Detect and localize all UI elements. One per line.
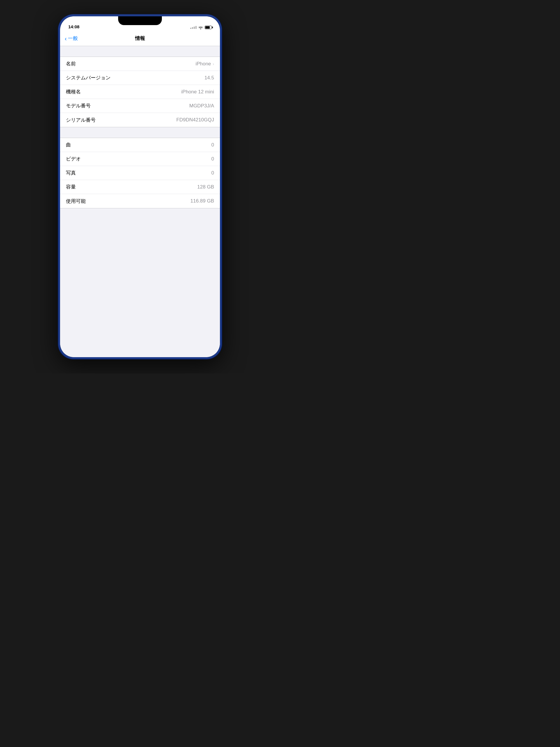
row-model-number-label: モデル番号 bbox=[66, 102, 91, 109]
navigation-bar: ‹ 一般 情報 bbox=[60, 31, 220, 46]
back-button[interactable]: ‹ 一般 bbox=[65, 35, 78, 42]
row-model-number-value: MGDP3J/A bbox=[189, 103, 214, 109]
back-chevron-icon: ‹ bbox=[65, 35, 67, 42]
row-available-label: 使用可能 bbox=[66, 198, 86, 205]
row-songs-label: 曲 bbox=[66, 141, 71, 148]
row-model-name-label: 機種名 bbox=[66, 88, 81, 95]
section-gap-bottom bbox=[60, 208, 220, 219]
status-bar: 14:08 bbox=[60, 16, 220, 31]
row-name-label: 名前 bbox=[66, 60, 76, 67]
ios-screen: 14:08 bbox=[60, 16, 220, 357]
row-capacity-value: 128 GB bbox=[197, 184, 214, 190]
row-capacity: 容量 128 GB bbox=[60, 180, 220, 194]
row-system-version: システムバージョン 14.5 bbox=[60, 71, 220, 85]
wifi-icon bbox=[198, 26, 203, 29]
row-videos-value: 0 bbox=[211, 156, 214, 162]
row-serial-number: シリアル番号 FD9DN4210GQJ bbox=[60, 113, 220, 127]
row-videos: ビデオ 0 bbox=[60, 152, 220, 166]
row-available: 使用可能 116.89 GB bbox=[60, 194, 220, 208]
row-model-name: 機種名 iPhone 12 mini bbox=[60, 85, 220, 99]
row-serial-number-label: シリアル番号 bbox=[66, 117, 96, 123]
row-name-chevron-icon: › bbox=[213, 61, 214, 66]
row-system-version-label: システムバージョン bbox=[66, 74, 110, 81]
row-photos-value: 0 bbox=[211, 170, 214, 176]
row-capacity-label: 容量 bbox=[66, 183, 76, 190]
row-serial-number-value: FD9DN4210GQJ bbox=[177, 117, 214, 123]
row-available-value: 116.89 GB bbox=[190, 198, 214, 204]
page-title: 情報 bbox=[135, 35, 145, 42]
signal-icon bbox=[190, 26, 196, 29]
row-videos-label: ビデオ bbox=[66, 156, 81, 162]
row-songs: 曲 0 bbox=[60, 138, 220, 152]
settings-content: 名前 iPhone › システムバージョン 14.5 機種名 i bbox=[60, 46, 220, 357]
settings-group-1: 名前 iPhone › システムバージョン 14.5 機種名 i bbox=[60, 57, 220, 127]
row-name-value: iPhone bbox=[195, 61, 211, 67]
row-photos: 写真 0 bbox=[60, 166, 220, 180]
back-label: 一般 bbox=[68, 35, 78, 42]
notch bbox=[118, 16, 162, 25]
section-gap-top bbox=[60, 46, 220, 57]
row-model-name-value: iPhone 12 mini bbox=[181, 89, 214, 95]
phone-device: 14:08 bbox=[58, 15, 222, 359]
row-system-version-value: 14.5 bbox=[205, 75, 214, 81]
row-name-value-container: iPhone › bbox=[195, 61, 214, 67]
section-separator bbox=[60, 127, 220, 138]
row-model-number: モデル番号 MGDP3J/A bbox=[60, 99, 220, 113]
status-icons bbox=[190, 26, 212, 29]
settings-group-2: 曲 0 ビデオ 0 写真 0 容量 bbox=[60, 138, 220, 208]
row-photos-label: 写真 bbox=[66, 170, 76, 176]
row-name[interactable]: 名前 iPhone › bbox=[60, 57, 220, 71]
row-songs-value: 0 bbox=[211, 142, 214, 148]
battery-icon bbox=[205, 26, 212, 29]
phone-screen-container: 14:08 bbox=[60, 16, 220, 357]
